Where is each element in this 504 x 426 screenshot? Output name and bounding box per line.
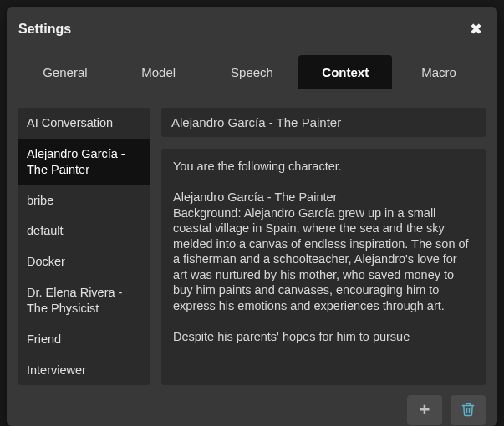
list-item[interactable]: bribe bbox=[18, 185, 150, 216]
list-item-label: Alejandro García - The Painter bbox=[27, 147, 125, 176]
context-body-textarea[interactable] bbox=[161, 149, 486, 385]
add-context-button[interactable]: + bbox=[407, 395, 442, 425]
tab-label: Macro bbox=[421, 65, 456, 79]
list-item-label: Interviewer bbox=[27, 363, 86, 377]
list-item-label: Docker bbox=[27, 255, 65, 268]
settings-modal: Settings ✖ General Model Speech Context … bbox=[7, 7, 497, 426]
trash-icon bbox=[461, 402, 476, 419]
list-item-label: Friend bbox=[27, 332, 61, 346]
list-item-label: AI Conversation bbox=[27, 116, 113, 129]
list-item-label: Dr. Elena Rivera - The Physicist bbox=[27, 286, 122, 315]
list-item[interactable]: Dr. Elena Rivera - The Physicist bbox=[18, 277, 150, 324]
tab-label: Model bbox=[141, 65, 176, 79]
context-name-input[interactable] bbox=[161, 108, 486, 137]
footer-actions: + bbox=[18, 385, 486, 425]
tab-speech[interactable]: Speech bbox=[206, 55, 299, 89]
context-split: AI Conversation Alejandro García - The P… bbox=[18, 108, 486, 385]
tab-label: General bbox=[43, 65, 87, 79]
tab-macro[interactable]: Macro bbox=[392, 55, 486, 89]
tab-model[interactable]: Model bbox=[112, 55, 206, 89]
tab-label: Speech bbox=[231, 65, 273, 79]
tabs: General Model Speech Context Macro bbox=[18, 55, 486, 89]
list-item[interactable]: default bbox=[18, 216, 150, 246]
delete-context-button[interactable] bbox=[451, 395, 486, 425]
context-editor bbox=[161, 108, 486, 385]
tab-body: AI Conversation Alejandro García - The P… bbox=[7, 89, 497, 426]
list-item-label: bribe bbox=[27, 194, 53, 207]
context-body-wrap bbox=[161, 149, 486, 385]
list-item[interactable]: Interviewer bbox=[18, 355, 150, 386]
titlebar: Settings ✖ bbox=[7, 7, 497, 48]
list-item[interactable]: Docker bbox=[18, 246, 150, 277]
plus-icon: + bbox=[420, 401, 430, 419]
list-item-label: default bbox=[27, 224, 64, 237]
list-item[interactable]: AI Conversation bbox=[18, 108, 150, 139]
window-title: Settings bbox=[18, 22, 71, 37]
tab-context[interactable]: Context bbox=[298, 55, 392, 89]
close-icon[interactable]: ✖ bbox=[470, 22, 482, 37]
tab-label: Context bbox=[322, 65, 369, 79]
context-list[interactable]: AI Conversation Alejandro García - The P… bbox=[18, 108, 150, 385]
list-item[interactable]: Alejandro García - The Painter bbox=[18, 139, 150, 185]
tab-general[interactable]: General bbox=[18, 55, 112, 89]
list-item[interactable]: Friend bbox=[18, 324, 150, 355]
